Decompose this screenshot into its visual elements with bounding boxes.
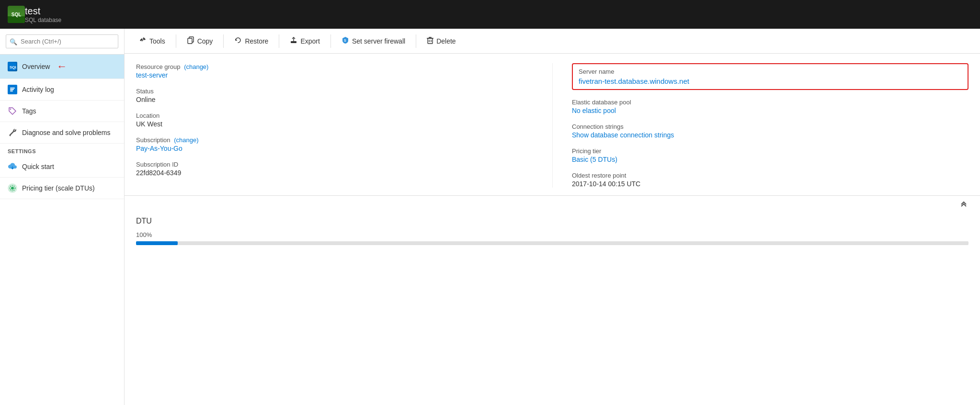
svg-text:SQL: SQL [10,65,16,69]
oldest-restore-label: Oldest restore point [572,172,969,179]
svg-rect-13 [188,38,192,44]
svg-point-6 [10,109,11,110]
set-server-firewall-label: Set server firewall [352,37,405,45]
restore-icon [234,36,242,45]
dtu-title: DTU [136,217,969,225]
delete-label: Delete [436,37,456,45]
subscription-id-field: Subscription ID 22fd8204-6349 [136,161,552,177]
log-icon [8,85,17,94]
pricing-tier-value[interactable]: Basic (5 DTUs) [572,156,969,163]
oldest-restore-value: 2017-10-14 00:15 UTC [572,180,969,188]
cloud-icon [8,162,17,171]
app-name: test [25,6,61,17]
sql-db-icon: SQL [8,62,17,71]
sidebar: 🔍 SQL Overview ← [0,29,125,405]
elastic-pool-field: Elastic database pool No elastic pool [572,99,969,114]
svg-rect-4 [10,89,14,90]
subscription-id-value: 22fd8204-6349 [136,169,552,177]
info-left-column: Resource group (change) test-server Stat… [136,63,552,188]
pricing-tier-field: Pricing tier Basic (5 DTUs) [572,147,969,163]
sidebar-item-quick-start[interactable]: Quick start [0,156,124,178]
sidebar-item-pricing-tier-label: Pricing tier (scale DTUs) [22,184,95,192]
svg-text:S: S [344,39,346,42]
subscription-change-link[interactable]: (change) [174,136,198,144]
toolbar-divider-4 [330,34,331,48]
set-server-firewall-button[interactable]: S Set server firewall [335,34,412,48]
location-field: Location UK West [136,112,552,128]
info-section: Resource group (change) test-server Stat… [125,54,980,196]
toolbar-divider-1 [176,34,176,48]
status-field: Status Online [136,88,552,103]
main-layout: 🔍 SQL Overview ← [0,29,980,405]
subscription-field: Subscription (change) Pay-As-You-Go [136,136,552,152]
toolbar-divider-3 [279,34,279,48]
restore-label: Restore [245,37,268,45]
sidebar-item-diagnose[interactable]: Diagnose and solve problems [0,122,124,144]
subscription-label: Subscription (change) [136,136,552,144]
connection-strings-value[interactable]: Show database connection strings [572,131,969,139]
status-value: Online [136,96,552,103]
svg-rect-15 [291,41,296,43]
tools-icon [139,36,147,45]
tools-label: Tools [149,37,165,45]
tools-button[interactable]: Tools [132,34,172,48]
export-label: Export [300,37,319,45]
app-title-group: test SQL database [25,6,61,23]
restore-button[interactable]: Restore [228,34,275,48]
dtu-section: DTU 100% [125,209,980,405]
toolbar: Tools Copy [125,29,980,54]
delete-button[interactable]: Delete [420,34,462,48]
sidebar-item-quick-start-label: Quick start [22,163,54,170]
export-button[interactable]: Export [283,34,326,48]
app-subtitle: SQL database [25,17,61,23]
search-input[interactable] [6,34,118,48]
elastic-pool-value[interactable]: No elastic pool [572,107,969,114]
sidebar-item-tags-label: Tags [22,107,36,115]
overview-arrow-indicator: ← [57,60,67,73]
app-logo: SQL [8,6,25,23]
delete-icon [427,36,433,45]
server-name-value[interactable]: fivetran-test.database.windows.net [579,77,689,85]
svg-rect-5 [10,90,13,91]
subscription-value[interactable]: Pay-As-You-Go [136,145,552,152]
sidebar-item-activity-log-label: Activity log [22,86,54,93]
copy-icon [187,36,194,45]
wrench-icon [8,128,17,137]
connection-strings-field: Connection strings Show database connect… [572,123,969,139]
toolbar-divider-5 [416,34,416,48]
collapse-button[interactable] [125,196,980,209]
resource-group-label: Resource group (change) [136,63,552,70]
subscription-id-label: Subscription ID [136,161,552,168]
svg-rect-3 [10,88,15,89]
gear-circle-icon [8,183,17,193]
status-label: Status [136,88,552,95]
oldest-restore-field: Oldest restore point 2017-10-14 00:15 UT… [572,172,969,188]
location-label: Location [136,112,552,119]
tag-icon [8,106,17,116]
content-area: Tools Copy [125,29,980,405]
resource-group-field: Resource group (change) test-server [136,63,552,79]
sidebar-item-activity-log[interactable]: Activity log [0,79,124,101]
sidebar-item-pricing-tier[interactable]: Pricing tier (scale DTUs) [0,178,124,199]
dtu-bar-fill [136,241,178,245]
connection-strings-label: Connection strings [572,123,969,130]
top-bar: SQL test SQL database [0,0,980,29]
resource-group-change-link[interactable]: (change) [184,63,208,70]
elastic-pool-label: Elastic database pool [572,99,969,106]
export-icon [290,36,297,45]
server-name-field: Server name fivetran-test.database.windo… [572,63,969,90]
search-icon: 🔍 [10,38,17,45]
resource-group-value[interactable]: test-server [136,71,552,79]
svg-rect-17 [428,38,433,44]
copy-button[interactable]: Copy [180,34,220,48]
sidebar-item-tags[interactable]: Tags [0,101,124,122]
location-value: UK West [136,120,552,128]
toolbar-divider-2 [223,34,224,48]
sidebar-item-overview[interactable]: SQL Overview ← [0,55,124,79]
dtu-bar-track [136,241,969,245]
dtu-bar-label: 100% [136,231,969,238]
sidebar-search-area: 🔍 [0,29,124,55]
firewall-icon: S [342,36,349,45]
sidebar-item-overview-label: Overview [22,63,50,70]
sidebar-item-diagnose-label: Diagnose and solve problems [22,129,110,136]
